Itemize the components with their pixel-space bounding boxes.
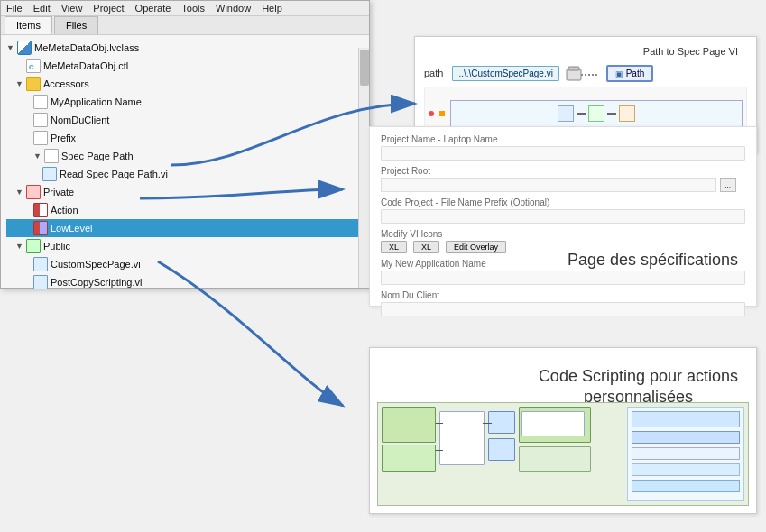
form-panel-title: Page des spécifications (568, 251, 738, 270)
connector-svg (565, 64, 601, 82)
tree-item-readspec[interactable]: Read Spec Page Path.vi (6, 165, 364, 183)
tree-item-lowlevel[interactable]: LowLevel (6, 219, 364, 237)
action-icon (33, 203, 48, 217)
menu-operate[interactable]: Operate (135, 3, 171, 14)
script-diagram (382, 407, 623, 501)
conn-line-1 (436, 423, 443, 424)
diag-block-4 (488, 411, 515, 434)
ctl-icon (26, 59, 41, 73)
path-value-box[interactable]: ..\.\CustomSpecPage.vi (452, 66, 559, 81)
tree-label-prefix: Prefix (51, 130, 76, 146)
expand-blank-ctl (15, 58, 24, 74)
form-input-app-name[interactable] (381, 271, 745, 285)
vi-icon-specpath (44, 149, 59, 163)
form-input-code-prefix[interactable] (381, 209, 745, 224)
form-input-project-root[interactable] (381, 178, 716, 192)
tree-item-root[interactable]: ▼ MeMetaDataObj.lvclass (6, 39, 364, 57)
folder-icon-public (26, 239, 41, 253)
project-tree: ▼ MeMetaDataObj.lvclass MeMetaDataObj.ct… (1, 35, 369, 295)
path-label: path (424, 68, 443, 78)
tree-label-postcopy: PostCopyScripting.vi (51, 274, 143, 290)
svg-rect-0 (567, 69, 581, 80)
form-panel-inner: Project Name - Laptop Name Project Root … (370, 127, 756, 329)
form-label-modify-vi: Modify VI Icons (381, 229, 745, 239)
tree-label-customspec: CustomSpecPage.vi (51, 256, 141, 272)
vi-icon-nomclient (33, 113, 48, 127)
spec-panel-title: Path to Spec Page VI (643, 46, 738, 57)
diag-right-3 (632, 447, 740, 460)
expand-arrow-private[interactable]: ▼ (15, 184, 24, 200)
tree-label-action: Action (51, 202, 78, 218)
tree-item-prefix[interactable]: Prefix (6, 129, 364, 147)
diag-block-8 (519, 446, 591, 472)
warning-indicator (439, 111, 445, 116)
form-row-modify-vi: Modify VI Icons XL XL Edit Overlay (381, 229, 745, 253)
btn-edit-overlay[interactable]: Edit Overlay (446, 241, 506, 253)
tree-item-action[interactable]: Action (6, 201, 364, 219)
tree-item-nomclient[interactable]: NomDuClient (6, 111, 364, 129)
menu-tools[interactable]: Tools (181, 3, 205, 14)
menu-view[interactable]: View (61, 3, 83, 14)
tree-item-public[interactable]: ▼ Public (6, 237, 364, 255)
menu-file[interactable]: File (6, 3, 23, 14)
menubar: File Edit View Project Operate Tools Win… (1, 1, 369, 16)
diag-right-1 (632, 411, 740, 427)
diag-right-2 (632, 431, 740, 444)
tree-label-root: MeMetaDataObj.lvclass (34, 40, 139, 56)
tree-item-appname[interactable]: MyApplication Name (6, 93, 364, 111)
expand-arrow-accessors[interactable]: ▼ (15, 76, 24, 92)
tab-bar: Items Files (1, 16, 369, 35)
diag-right-5 (632, 480, 740, 492)
tree-item-postcopy[interactable]: PostCopyScripting.vi (6, 273, 364, 291)
diag-block-5 (488, 438, 515, 461)
form-row-project-name: Project Name - Laptop Name (381, 134, 745, 161)
btn-xl1[interactable]: XL (381, 241, 407, 253)
vi-icon-customspec (33, 257, 48, 271)
ide-scrollbar[interactable] (358, 48, 369, 288)
form-row-nom-client: Nom Du Client (381, 290, 745, 316)
form-label-project-root: Project Root (381, 166, 745, 176)
menu-edit[interactable]: Edit (33, 3, 51, 14)
tab-files[interactable]: Files (54, 16, 98, 34)
tree-label-public: Public (43, 238, 70, 254)
expand-arrow-root[interactable]: ▼ (6, 40, 15, 56)
form-label-nom-client: Nom Du Client (381, 290, 745, 300)
menu-help[interactable]: Help (262, 3, 282, 14)
path-dest-label: Path (626, 69, 645, 78)
vi-icon-prefix (33, 131, 48, 145)
expand-arrow-specpath[interactable]: ▼ (33, 148, 42, 164)
diag-block-3 (439, 411, 485, 465)
error-indicator (429, 111, 434, 116)
diag-block-2 (382, 445, 436, 472)
vi-icon-postcopy (33, 275, 48, 289)
form-input-nom-client[interactable] (381, 302, 745, 316)
tab-items[interactable]: Items (5, 16, 52, 34)
tree-item-accessors[interactable]: ▼ Accessors (6, 75, 364, 93)
script-right-diagram (627, 407, 744, 501)
diag-right-4 (632, 463, 740, 476)
form-label-project-name: Project Name - Laptop Name (381, 134, 745, 144)
expand-arrow-public[interactable]: ▼ (15, 238, 24, 254)
vi-icon-appname (33, 95, 48, 109)
form-input-project-name[interactable] (381, 146, 745, 161)
form-row-project-root: Project Root ... (381, 166, 745, 192)
diag-block-1 (382, 407, 436, 443)
folder-icon-private (26, 185, 41, 199)
btn-xl2[interactable]: XL (413, 241, 439, 253)
tree-item-ctl[interactable]: MeMetaDataObj.ctl (6, 57, 364, 75)
menu-window[interactable]: Window (216, 3, 251, 14)
browse-button-root[interactable]: ... (720, 178, 736, 192)
scrollbar-thumb[interactable] (360, 50, 369, 86)
tree-item-customspec[interactable]: CustomSpecPage.vi (6, 255, 364, 273)
tree-label-lowlevel: LowLevel (51, 220, 92, 236)
tree-item-specpath[interactable]: ▼ Spec Page Path (6, 147, 364, 165)
path-dest-box: ▣ Path (606, 65, 653, 82)
form-panel: Project Name - Laptop Name Project Root … (369, 126, 757, 307)
class-icon (17, 41, 32, 55)
conn-line-2 (483, 423, 492, 424)
script-panel: Code Scripting pour actions personnalisé… (369, 347, 757, 514)
script-content (377, 402, 749, 506)
tree-item-private[interactable]: ▼ Private (6, 183, 364, 201)
tree-label-specpath: Spec Page Path (61, 148, 134, 164)
menu-project[interactable]: Project (93, 3, 124, 14)
